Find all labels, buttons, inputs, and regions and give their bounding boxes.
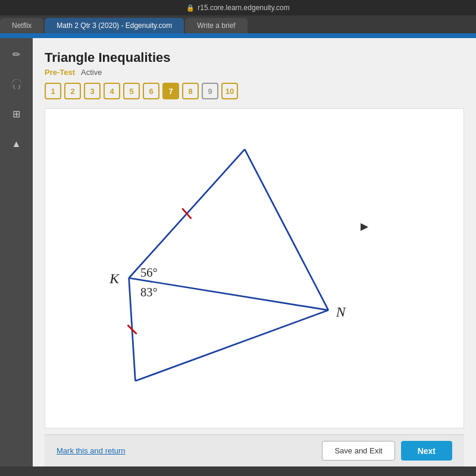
svg-text:K: K: [109, 271, 120, 286]
blue-stripe: [0, 33, 476, 38]
question-6[interactable]: 6: [143, 83, 159, 99]
svg-text:▶: ▶: [361, 220, 369, 232]
question-5[interactable]: 5: [123, 83, 140, 99]
next-button[interactable]: Next: [401, 441, 452, 461]
tab-netflix[interactable]: Netflix: [0, 18, 43, 33]
active-label: Active: [81, 68, 102, 77]
tab-write[interactable]: Write a brief: [185, 18, 247, 33]
question-1[interactable]: 1: [45, 83, 61, 99]
svg-line-2: [129, 278, 328, 310]
question-4[interactable]: 4: [104, 83, 120, 99]
pencil-icon[interactable]: ✏: [6, 44, 27, 65]
tabs-bar: Netflix Math 2 Qtr 3 (2020) - Edgenuity.…: [0, 15, 476, 33]
lock-icon: 🔒: [186, 4, 195, 12]
question-9[interactable]: 9: [202, 83, 218, 99]
svg-text:N: N: [336, 304, 346, 320]
sidebar: ✏ 🎧 ⊞ ▲: [0, 38, 33, 466]
question-8[interactable]: 8: [182, 83, 199, 99]
question-3[interactable]: 3: [84, 83, 101, 99]
question-numbers: 1 2 3 4 5 6 7 8 9 10: [45, 83, 464, 99]
main-content: ✏ 🎧 ⊞ ▲ Triangle Inequalities Pre-Test A…: [0, 38, 476, 466]
calculator-icon[interactable]: ⊞: [6, 104, 27, 124]
mark-return-link[interactable]: Mark this and return: [57, 446, 126, 455]
question-7[interactable]: 7: [162, 83, 179, 99]
svg-text:83°: 83°: [140, 286, 158, 299]
browser-chrome: 🔒 r15.core.learn.edgenuity.com Netflix M…: [0, 0, 476, 33]
svg-text:56°: 56°: [140, 266, 158, 279]
page-title: Triangle Inequalities: [45, 50, 464, 65]
pre-test-bar: Pre-Test Active: [45, 68, 464, 77]
pre-test-label: Pre-Test: [45, 68, 75, 77]
save-exit-button[interactable]: Save and Exit: [322, 441, 394, 461]
page-content: Triangle Inequalities Pre-Test Active 1 …: [33, 38, 476, 466]
svg-line-4: [135, 310, 328, 381]
url-text: r15.core.learn.edgenuity.com: [198, 4, 290, 12]
geometry-canvas: K 56° 83° N ▶: [45, 108, 464, 428]
bottom-bar: Mark this and return Save and Exit Next: [45, 434, 464, 466]
bottom-buttons: Save and Exit Next: [322, 441, 452, 461]
address-bar: 🔒 r15.core.learn.edgenuity.com: [0, 0, 476, 15]
headphones-icon[interactable]: 🎧: [6, 74, 27, 95]
content-area: ✏ 🎧 ⊞ ▲ Triangle Inequalities Pre-Test A…: [0, 38, 476, 466]
svg-line-1: [245, 149, 328, 310]
question-10[interactable]: 10: [221, 83, 238, 99]
arrow-up-icon[interactable]: ▲: [6, 133, 27, 154]
tab-edgenuity[interactable]: Math 2 Qtr 3 (2020) - Edgenuity.com: [45, 18, 184, 33]
question-2[interactable]: 2: [64, 83, 81, 99]
